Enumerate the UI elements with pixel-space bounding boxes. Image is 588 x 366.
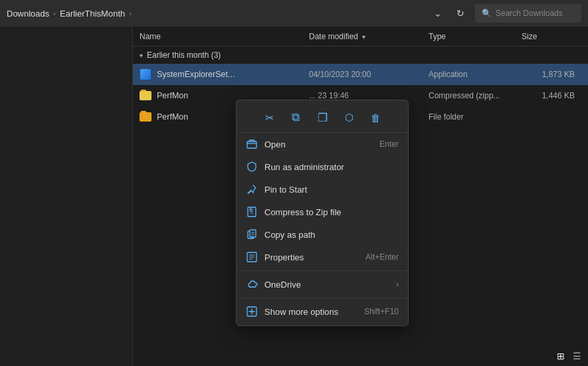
- file-type: File folder: [429, 112, 522, 122]
- file-size: 1,873 KB: [522, 70, 581, 79]
- status-bar: ⊞ ☰: [549, 346, 588, 366]
- breadcrumb-sep-1: ›: [53, 9, 56, 17]
- svg-rect-2: [250, 207, 251, 209]
- shield-icon: [246, 161, 258, 173]
- refresh-button[interactable]: ↻: [451, 4, 470, 23]
- search-box: 🔍 Search Downloads: [475, 4, 581, 23]
- compress-icon: [246, 206, 258, 218]
- copy-path-icon: [246, 229, 258, 240]
- app-icon: [140, 68, 151, 80]
- context-menu-properties[interactable]: Properties Alt+Enter: [237, 246, 408, 268]
- file-size: 1,446 KB: [522, 91, 581, 100]
- share-button[interactable]: ⬡: [337, 107, 361, 128]
- svg-rect-5: [250, 230, 256, 237]
- context-menu-onedrive[interactable]: OneDrive ›: [237, 273, 408, 296]
- copy-path-label: Copy as path: [264, 230, 399, 240]
- main-content: Name Date modified ▾ Type Size ▾ Earlier…: [133, 27, 588, 366]
- copy-button[interactable]: ⧉: [284, 107, 308, 128]
- group-chevron: ▾: [140, 52, 143, 59]
- cut-button[interactable]: ✂: [257, 107, 281, 128]
- breadcrumb-earlier[interactable]: EarlierThisMonth: [60, 9, 125, 19]
- sidebar: [0, 27, 133, 366]
- separator-2: [237, 298, 408, 298]
- properties-shortcut: Alt+Enter: [365, 252, 399, 262]
- breadcrumb-downloads[interactable]: Downloads: [7, 9, 49, 19]
- onedrive-label: OneDrive: [264, 280, 389, 290]
- col-type-header: Type: [429, 32, 522, 41]
- properties-icon: [246, 251, 258, 263]
- properties-label: Properties: [264, 252, 359, 262]
- address-bar: Downloads › EarlierThisMonth › ⌄ ↻ 🔍 Sea…: [0, 0, 588, 27]
- column-headers: Name Date modified ▾ Type Size: [133, 27, 588, 46]
- compress-label: Compress to Zip file: [264, 207, 399, 217]
- open-label: Open: [264, 139, 373, 149]
- col-name-header: Name: [140, 32, 309, 41]
- group-label: Earlier this month (3): [147, 50, 221, 60]
- list-view-button[interactable]: ☰: [569, 349, 584, 363]
- grid-view-button[interactable]: ⊞: [553, 349, 568, 363]
- col-date-header: Date modified ▾: [309, 32, 429, 41]
- svg-rect-0: [247, 141, 256, 148]
- search-icon: 🔍: [482, 9, 492, 18]
- context-menu: ✂ ⧉ ❐ ⬡ 🗑 Open Enter: [236, 100, 409, 326]
- pin-icon: [246, 183, 258, 195]
- show-more-label: Show more options: [264, 307, 357, 317]
- context-menu-pin-start[interactable]: Pin to Start: [237, 178, 408, 201]
- more-options-icon: [246, 306, 258, 318]
- file-name-cell: SystemExplorerSet...: [140, 68, 309, 80]
- address-actions: ⌄ ↻: [429, 4, 470, 23]
- separator-1: [237, 270, 408, 271]
- context-menu-toolbar: ✂ ⧉ ❐ ⬡ 🗑: [237, 103, 408, 133]
- breadcrumb-sep-2: ›: [129, 9, 132, 17]
- file-name: PerfMon: [157, 112, 188, 122]
- file-type: Application: [429, 70, 522, 79]
- file-date: ... 23 19:46: [309, 91, 429, 100]
- delete-button[interactable]: 🗑: [363, 107, 387, 128]
- file-name: PerfMon: [157, 91, 188, 100]
- context-menu-compress[interactable]: Compress to Zip file: [237, 201, 408, 223]
- col-size-header: Size: [522, 32, 581, 41]
- svg-rect-1: [248, 207, 256, 217]
- dropdown-button[interactable]: ⌄: [429, 4, 447, 23]
- onedrive-icon: [246, 278, 258, 290]
- show-more-shortcut: Shift+F10: [364, 307, 399, 316]
- context-menu-open[interactable]: Open Enter: [237, 133, 408, 155]
- group-header[interactable]: ▾ Earlier this month (3): [133, 46, 588, 64]
- table-row[interactable]: SystemExplorerSet... 04/10/2023 20:00 Ap…: [133, 64, 588, 85]
- pin-start-label: Pin to Start: [264, 185, 399, 195]
- search-placeholder[interactable]: Search Downloads: [496, 9, 563, 18]
- context-menu-run-admin[interactable]: Run as administrator: [237, 155, 408, 178]
- onedrive-arrow: ›: [396, 280, 399, 289]
- zip-icon: [140, 90, 151, 102]
- context-menu-copy-path[interactable]: Copy as path: [237, 223, 408, 246]
- paste-button[interactable]: ❐: [310, 107, 334, 128]
- file-name: SystemExplorerSet...: [157, 70, 235, 79]
- open-icon: [246, 138, 258, 150]
- file-area: Name Date modified ▾ Type Size ▾ Earlier…: [0, 27, 588, 366]
- breadcrumb: Downloads › EarlierThisMonth ›: [7, 9, 423, 19]
- file-type: Compressed (zipp...: [429, 91, 522, 100]
- open-shortcut: Enter: [379, 139, 399, 149]
- context-menu-show-more[interactable]: Show more options Shift+F10: [237, 300, 408, 323]
- folder-icon: [140, 111, 151, 123]
- run-admin-label: Run as administrator: [264, 162, 399, 172]
- file-date: 04/10/2023 20:00: [309, 70, 429, 79]
